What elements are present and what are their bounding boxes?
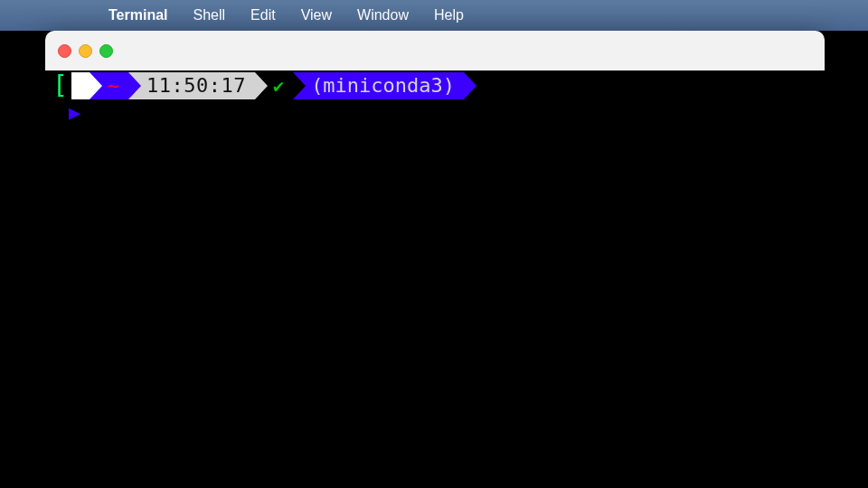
maximize-button[interactable]	[99, 44, 113, 58]
prompt-input-line: ▶	[45, 99, 825, 127]
menu-view[interactable]: View	[288, 0, 344, 31]
prompt-env-segment: (miniconda3)	[293, 72, 464, 99]
prompt-env-text: (miniconda3)	[311, 72, 455, 99]
menu-window[interactable]: Window	[344, 0, 421, 31]
minimize-button[interactable]	[79, 44, 92, 58]
prompt-caret-icon: ▶	[69, 99, 80, 127]
close-button[interactable]	[58, 44, 71, 58]
check-icon: ✔	[273, 72, 284, 99]
terminal-input[interactable]	[86, 99, 628, 127]
prompt-cwd-text: ~	[108, 72, 119, 99]
menu-shell[interactable]: Shell	[181, 0, 239, 31]
app-menu[interactable]: Terminal	[96, 0, 181, 31]
window-titlebar[interactable]	[45, 31, 825, 70]
prompt-time-text: 11:50:17	[146, 72, 246, 99]
terminal-body[interactable]: [ ~ 11:50:17 ✔ (miniconda3)	[45, 70, 825, 488]
prompt-os-segment	[71, 72, 90, 99]
menu-edit[interactable]: Edit	[238, 0, 288, 31]
terminal-window: [ ~ 11:50:17 ✔ (miniconda3)	[45, 31, 825, 488]
prompt-open-bracket: [	[45, 72, 71, 99]
prompt-time-segment: 11:50:17	[128, 72, 255, 99]
macos-menubar: Terminal Shell Edit View Window Help	[0, 0, 868, 31]
prompt-line: [ ~ 11:50:17 ✔ (miniconda3)	[45, 72, 825, 99]
menu-help[interactable]: Help	[421, 0, 476, 31]
